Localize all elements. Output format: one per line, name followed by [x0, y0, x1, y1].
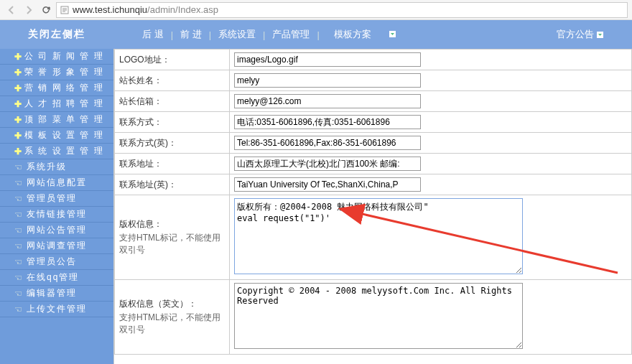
header-nav-system-settings[interactable]: 系统设置 [211, 28, 263, 41]
table-row: 版权信息：支持HTML标记，不能使用双引号 [115, 195, 632, 280]
form-value-cell [230, 112, 632, 133]
text-input[interactable] [234, 157, 421, 171]
form-label: 联系方式(英)： [115, 133, 230, 154]
form-label: 联系地址(英)： [115, 174, 230, 195]
table-row: 联系地址(英)： [115, 174, 632, 195]
sidebar-item[interactable]: ☜上传文件管理 [0, 302, 113, 317]
table-row: LOGO地址： [115, 50, 632, 70]
sidebar-item[interactable]: ✚荣 誉 形 象 管 理 [0, 65, 113, 80]
text-input[interactable] [234, 52, 421, 67]
plus-icon: ✚ [14, 99, 23, 109]
sidebar-item-label: 模 板 设 置 管 理 [24, 129, 104, 141]
sidebar-item[interactable]: ✚公 司 新 闻 管 理 [0, 49, 113, 65]
header-nav-product-mgmt[interactable]: 产品管理 [265, 28, 317, 41]
close-sidebar-button[interactable]: 关闭左侧栏 [0, 28, 113, 41]
plus-icon: ✚ [14, 115, 23, 125]
main-area: ✚公 司 新 闻 管 理✚荣 誉 形 象 管 理✚营 销 网 络 管 理✚人 才… [0, 49, 632, 364]
form-label: 联系地址： [115, 154, 230, 174]
sidebar-item[interactable]: ✚顶 部 菜 单 管 理 [0, 112, 113, 128]
hand-icon: ☜ [14, 257, 24, 267]
sidebar-item-label: 友情链接管理 [27, 208, 87, 220]
header-nav: 后 退 | 前 进 | 系统设置 | 产品管理 | 模板方案 [135, 28, 410, 41]
table-row: 联系方式(英)： [115, 133, 632, 154]
sidebar-item-label: 公 司 新 闻 管 理 [24, 50, 104, 62]
sidebar-item-label: 管理员公告 [27, 256, 77, 268]
sidebar-item-label: 网站信息配置 [27, 177, 87, 189]
sidebar-item-label: 顶 部 菜 单 管 理 [24, 113, 104, 126]
form-label: 联系方式： [115, 112, 230, 133]
sidebar-item[interactable]: ✚营 销 网 络 管 理 [0, 80, 113, 96]
sidebar-item[interactable]: ☜在线qq管理 [0, 270, 113, 286]
form-value-cell [230, 70, 632, 91]
hand-icon: ☜ [14, 178, 24, 188]
browser-forward-button[interactable] [22, 3, 36, 17]
sidebar-item[interactable]: ☜编辑器管理 [0, 286, 113, 302]
sidebar-item-label: 人 才 招 聘 管 理 [24, 98, 104, 110]
copyright-en-textarea[interactable] [234, 283, 523, 349]
plus-icon: ✚ [14, 52, 23, 62]
hand-icon: ☜ [14, 289, 24, 299]
sidebar-item[interactable]: ☜网站信息配置 [0, 175, 113, 191]
text-input[interactable] [234, 115, 421, 129]
sidebar-item[interactable]: ✚模 板 设 置 管 理 [0, 128, 113, 144]
content: LOGO地址：站长姓名：站长信箱：联系方式：联系方式(英)：联系地址：联系地址(… [114, 49, 632, 355]
page-icon [60, 5, 70, 15]
header-nav-back[interactable]: 后 退 [135, 28, 171, 41]
hand-icon: ☜ [14, 210, 24, 220]
form-label: 站长信箱： [115, 91, 230, 112]
table-row: 站长信箱： [115, 91, 632, 112]
header-nav-template-plan[interactable]: 模板方案 [320, 28, 411, 41]
sidebar-item[interactable]: ☜管理员公告 [0, 254, 113, 270]
chevron-down-icon [597, 29, 603, 40]
copyright-textarea[interactable] [234, 198, 523, 274]
table-row: 站长姓名： [115, 70, 632, 91]
form-label: 站长姓名： [115, 70, 230, 91]
official-notice[interactable]: 官方公告 [557, 28, 603, 41]
form-value-cell [230, 174, 632, 195]
sidebar-item-label: 编辑器管理 [27, 287, 77, 299]
form-value-cell [230, 91, 632, 112]
url-path: /admin/Index.asp [147, 4, 218, 15]
sidebar-item[interactable]: ☜管理员管理 [0, 191, 113, 207]
text-input[interactable] [234, 177, 421, 192]
browser-reload-button[interactable] [39, 3, 53, 17]
sidebar-item-label: 营 销 网 络 管 理 [24, 82, 104, 94]
content-wrapper: LOGO地址：站长姓名：站长信箱：联系方式：联系方式(英)：联系地址：联系地址(… [113, 49, 632, 364]
table-row: 联系方式： [115, 112, 632, 133]
chevron-down-icon [382, 29, 403, 39]
sidebar-item-label: 网站调查管理 [27, 240, 87, 252]
sidebar-item-label: 系统升级 [27, 161, 67, 173]
form-label: LOGO地址： [115, 50, 230, 70]
text-input[interactable] [234, 73, 421, 88]
sidebar-item-label: 系 统 设 置 管 理 [24, 145, 104, 157]
sidebar-item[interactable]: ☜系统升级 [0, 159, 113, 175]
header-nav-forward[interactable]: 前 进 [173, 28, 209, 41]
sidebar-item-label: 在线qq管理 [27, 271, 79, 284]
hand-icon: ☜ [14, 162, 24, 172]
text-input[interactable] [234, 136, 421, 150]
hand-icon: ☜ [14, 241, 24, 251]
form-value-cell [230, 154, 632, 174]
text-input[interactable] [234, 94, 421, 108]
url-host: www.test.ichunqiu [73, 4, 147, 15]
browser-back-button[interactable] [4, 3, 19, 17]
plus-icon: ✚ [14, 67, 23, 78]
settings-form: LOGO地址：站长姓名：站长信箱：联系方式：联系方式(英)：联系地址：联系地址(… [114, 49, 632, 355]
sidebar-item[interactable]: ☜网站公告管理 [0, 223, 113, 238]
browser-toolbar: www.test.ichunqiu/admin/Index.asp [0, 0, 632, 20]
hand-icon: ☜ [14, 194, 24, 204]
form-value-cell [230, 133, 632, 154]
sidebar-item[interactable]: ☜网站调查管理 [0, 238, 113, 254]
sidebar-item[interactable]: ✚人 才 招 聘 管 理 [0, 96, 113, 112]
plus-icon: ✚ [14, 131, 23, 141]
url-bar[interactable]: www.test.ichunqiu/admin/Index.asp [56, 2, 628, 18]
form-label: 版权信息：支持HTML标记，不能使用双引号 [115, 195, 230, 280]
hand-icon: ☜ [14, 304, 24, 314]
sidebar-item[interactable]: ☜友情链接管理 [0, 207, 113, 223]
form-value-cell [230, 280, 632, 355]
plus-icon: ✚ [14, 83, 23, 93]
sidebar-item-label: 网站公告管理 [27, 224, 87, 236]
hand-icon: ☜ [14, 273, 24, 283]
form-label: 版权信息（英文）：支持HTML标记，不能使用双引号 [115, 280, 230, 355]
sidebar-item[interactable]: ✚系 统 设 置 管 理 [0, 144, 113, 159]
